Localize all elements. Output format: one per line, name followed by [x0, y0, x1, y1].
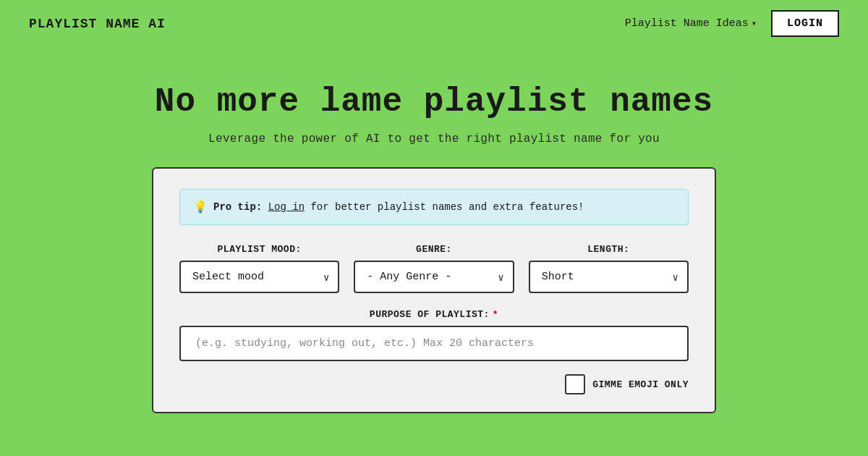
hero-section: No more lame playlist names Leverage the…	[0, 47, 868, 167]
pro-tip-banner: 💡 Pro tip: Log in for better playlist na…	[179, 189, 689, 225]
pro-tip-text: Pro tip: Log in for better playlist name…	[213, 201, 584, 213]
hero-subtitle: Leverage the power of AI to get the righ…	[14, 132, 854, 145]
emoji-checkbox[interactable]	[565, 374, 585, 394]
nav-playlist-ideas-link[interactable]: Playlist Name Ideas ▾	[625, 17, 757, 30]
mood-select[interactable]: Select mood Happy Sad Energetic Calm Rom…	[179, 261, 339, 293]
hero-title: No more lame playlist names	[14, 83, 854, 121]
main-card: 💡 Pro tip: Log in for better playlist na…	[152, 167, 716, 413]
genre-label: GENRE:	[354, 244, 514, 255]
filters-row: PLAYLIST MOOD: Select mood Happy Sad Ene…	[179, 244, 689, 293]
nav-right: Playlist Name Ideas ▾ LOGIN	[625, 10, 839, 37]
login-button[interactable]: LOGIN	[771, 10, 839, 37]
length-label: LENGTH:	[529, 244, 689, 255]
pro-tip-rest: for better playlist names and extra feat…	[305, 201, 584, 213]
purpose-input[interactable]	[179, 326, 689, 361]
mood-label: PLAYLIST MOOD:	[179, 244, 339, 255]
purpose-row: PURPOSE OF PLAYLIST:*	[179, 309, 689, 361]
nav-playlist-ideas-label: Playlist Name Ideas	[625, 17, 749, 30]
pro-tip-label: Pro tip:	[213, 201, 268, 213]
length-filter-group: LENGTH: Short Medium Long	[529, 244, 689, 293]
length-select[interactable]: Short Medium Long	[529, 261, 689, 293]
purpose-required-marker: *	[493, 309, 498, 320]
purpose-label-text: PURPOSE OF PLAYLIST:	[370, 309, 490, 320]
mood-select-wrapper: Select mood Happy Sad Energetic Calm Rom…	[179, 261, 339, 293]
nav-chevron-icon: ▾	[752, 18, 757, 29]
genre-select-wrapper: - Any Genre - Pop Rock Hip-Hop Jazz Clas…	[354, 261, 514, 293]
emoji-checkbox-wrapper: GIMME EMOJI ONLY	[565, 374, 689, 394]
emoji-checkbox-label: GIMME EMOJI ONLY	[592, 379, 689, 390]
purpose-label: PURPOSE OF PLAYLIST:*	[179, 309, 689, 320]
length-select-wrapper: Short Medium Long	[529, 261, 689, 293]
pro-tip-login-link[interactable]: Log in	[268, 201, 305, 213]
genre-filter-group: GENRE: - Any Genre - Pop Rock Hip-Hop Ja…	[354, 244, 514, 293]
site-logo: PLAYLIST NAME AI	[29, 17, 166, 31]
navbar: PLAYLIST NAME AI Playlist Name Ideas ▾ L…	[0, 0, 868, 47]
genre-select[interactable]: - Any Genre - Pop Rock Hip-Hop Jazz Clas…	[354, 261, 514, 293]
bottom-row: GIMME EMOJI ONLY	[179, 374, 689, 394]
bulb-icon: 💡	[193, 200, 208, 214]
mood-filter-group: PLAYLIST MOOD: Select mood Happy Sad Ene…	[179, 244, 339, 293]
